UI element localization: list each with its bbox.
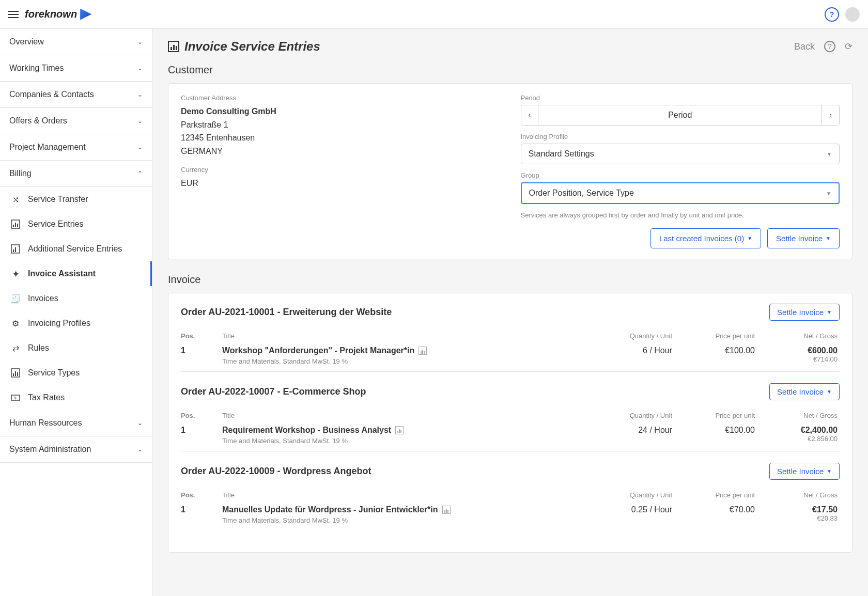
chevron-down-icon: ▼ [827, 389, 832, 395]
settle-invoice-button[interactable]: Settle Invoice▼ [767, 228, 840, 248]
svg-rect-2 [15, 223, 16, 227]
order-block: Order AU-2021-10001 - Erweiterung der We… [181, 304, 840, 372]
period-prev-icon[interactable]: ‹ [521, 105, 539, 125]
period-label: Period [521, 94, 840, 102]
line-subtext: Time and Materials, Standard MwSt. 19 % [222, 357, 590, 365]
settle-invoice-button[interactable]: Settle Invoice▼ [769, 304, 840, 321]
sidebar-group-label: Billing [9, 169, 32, 178]
chart-icon[interactable] [442, 506, 451, 514]
brand-name: foreknown [25, 8, 77, 20]
chart-icon [10, 368, 21, 378]
sidebar-group-companies[interactable]: Companies & Contacts⌄ [0, 82, 152, 108]
sidebar-group-offers[interactable]: Offers & Orders⌄ [0, 108, 152, 134]
customer-street: Parkstraße 1 [181, 118, 500, 132]
group-hint: Services are always grouped first by ord… [521, 211, 840, 219]
sidebar-group-sysadmin[interactable]: System Administration⌄ [0, 436, 152, 463]
last-invoices-button[interactable]: Last created Invoices (0)▼ [650, 228, 761, 248]
sidebar-item-additional-entries[interactable]: +Additional Service Entries [0, 237, 152, 261]
main-content: Invoice Service Entries Back ? ⟳ Custome… [152, 29, 868, 596]
sidebar-group-hr[interactable]: Human Ressources⌄ [0, 410, 152, 436]
line-qty: 24 / Hour [592, 424, 674, 448]
chevron-down-icon: ⌄ [137, 38, 143, 45]
avatar[interactable] [845, 7, 860, 22]
wand-icon: ✦ [10, 269, 21, 279]
sidebar-item-rules[interactable]: ⇄Rules [0, 336, 152, 360]
invoice-section-title: Invoice [168, 274, 853, 286]
line-qty: 0.25 / Hour [592, 503, 674, 527]
order-block: Order AU-2022-10007 - E-Commerce Shop Se… [181, 383, 840, 451]
sidebar-item-service-types[interactable]: Service Types [0, 360, 152, 385]
sidebar: Overview⌄ Working Times⌄ Companies & Con… [0, 29, 152, 596]
svg-rect-9 [13, 373, 14, 376]
chevron-down-icon: ▼ [826, 191, 831, 196]
svg-rect-6 [15, 247, 16, 252]
btn-label: Settle Invoice [777, 387, 824, 396]
order-title: Order AU-2022-10009 - Wordpress Angebot [181, 466, 371, 477]
col-title: Title [222, 407, 592, 424]
sidebar-group-billing[interactable]: Billing⌃ [0, 161, 152, 187]
sidebar-item-service-entries[interactable]: Service Entries [0, 212, 152, 237]
group-label: Group [521, 171, 840, 179]
sidebar-group-working-times[interactable]: Working Times⌄ [0, 55, 152, 82]
sidebar-item-invoicing-profiles[interactable]: ⚙Invoicing Profiles [0, 311, 152, 336]
gear-icon: ⚙ [10, 318, 21, 328]
chart-icon[interactable] [419, 347, 427, 355]
address-label: Customer Address [181, 94, 500, 102]
svg-rect-1 [13, 225, 14, 227]
period-value[interactable]: Period [538, 105, 822, 125]
sidebar-group-label: Offers & Orders [9, 116, 67, 126]
sidebar-item-tax-rates[interactable]: $Tax Rates [0, 385, 152, 410]
back-button[interactable]: Back [794, 41, 815, 52]
btn-label: Settle Invoice [777, 467, 824, 476]
page-title: Invoice Service Entries [168, 39, 320, 54]
sidebar-group-overview[interactable]: Overview⌄ [0, 29, 152, 55]
customer-name: Demo Consulting GmbH [181, 105, 500, 118]
help-icon[interactable]: ? [825, 7, 839, 22]
line-net: €17.50€20.83 [757, 503, 840, 527]
line-pos: 1 [181, 424, 222, 448]
col-price: Price per unit [674, 328, 757, 344]
col-net: Net / Gross [757, 328, 840, 344]
chevron-down-icon: ⌄ [137, 446, 143, 453]
currency-value: EUR [181, 177, 500, 190]
sidebar-item-service-transfer[interactable]: ⤭Service Transfer [0, 187, 152, 212]
sidebar-group-label: Human Ressources [9, 418, 82, 428]
group-select[interactable]: Order Position, Service Type ▼ [521, 182, 840, 204]
line-pos: 1 [181, 344, 222, 368]
chart-icon[interactable] [395, 426, 404, 434]
refresh-icon[interactable]: ⟳ [845, 41, 853, 52]
col-title: Title [222, 328, 592, 344]
help-icon[interactable]: ? [824, 41, 835, 52]
order-block: Order AU-2022-10009 - Wordpress Angebot … [181, 463, 840, 530]
chart-icon [10, 219, 21, 229]
sidebar-item-label: Rules [28, 343, 49, 353]
settle-invoice-button[interactable]: Settle Invoice▼ [769, 383, 840, 400]
sidebar-item-invoices[interactable]: 🧾Invoices [0, 286, 152, 311]
sidebar-group-project-mgmt[interactable]: Project Management⌄ [0, 134, 152, 161]
settle-invoice-button[interactable]: Settle Invoice▼ [769, 463, 840, 480]
btn-label: Settle Invoice [777, 308, 824, 317]
period-next-icon[interactable]: › [822, 105, 839, 125]
svg-text:$: $ [14, 396, 17, 400]
col-title: Title [222, 487, 592, 503]
money-icon: $ [10, 393, 21, 403]
invoice-table: Pos. Title Quantity / Unit Price per uni… [181, 328, 840, 368]
line-title: Workshop "Anforderungen" - Projekt Manag… [222, 344, 592, 368]
sidebar-item-label: Invoicing Profiles [28, 319, 90, 328]
sidebar-item-invoice-assistant[interactable]: ✦Invoice Assistant [0, 261, 152, 286]
col-net: Net / Gross [757, 487, 840, 503]
chevron-down-icon: ⌄ [137, 91, 143, 98]
svg-rect-11 [17, 372, 18, 376]
chevron-down-icon: ⌄ [137, 419, 143, 427]
chevron-down-icon: ⌄ [137, 144, 143, 151]
invoicing-profile-select[interactable]: Standard Settings ▼ [521, 144, 840, 164]
table-row: 1 Requirement Workshop - Business Analys… [181, 424, 840, 448]
transfer-icon: ⤭ [10, 194, 21, 205]
menu-toggle-icon[interactable] [8, 11, 19, 18]
line-net: €600.00€714.00 [757, 344, 840, 368]
brand[interactable]: foreknown [25, 8, 91, 20]
topbar-left: foreknown [8, 8, 91, 20]
profile-label: Invoicing Profile [521, 133, 840, 140]
profile-value: Standard Settings [529, 149, 594, 159]
brand-logo-icon [80, 9, 91, 20]
